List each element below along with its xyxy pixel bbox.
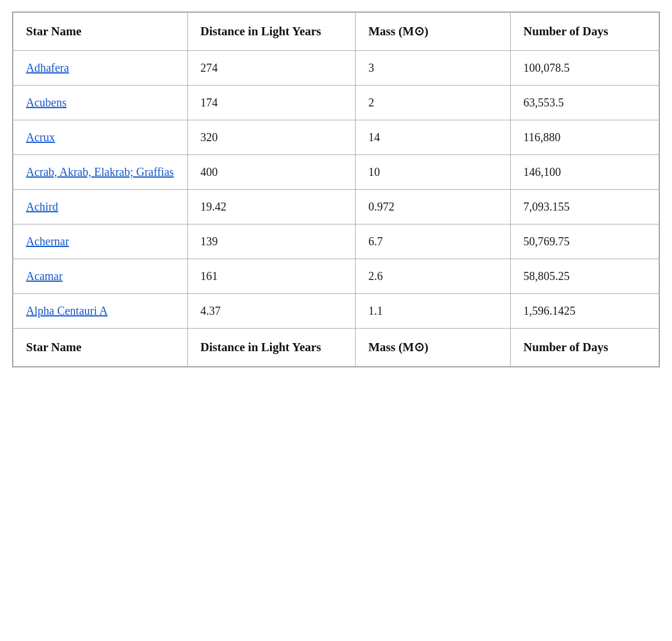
days-cell: 7,093.155 bbox=[511, 190, 659, 224]
mass-cell: 1.1 bbox=[355, 294, 510, 329]
footer-row: Star Name Distance in Light Years Mass (… bbox=[13, 329, 659, 367]
days-cell: 116,880 bbox=[511, 120, 659, 155]
distance-cell: 139 bbox=[187, 224, 355, 259]
star-name-link[interactable]: Alpha Centauri A bbox=[26, 304, 108, 317]
star-table-container: Star Name Distance in Light Years Mass (… bbox=[12, 12, 660, 367]
footer-mass: Mass (M⊙) bbox=[355, 329, 510, 367]
mass-cell: 2 bbox=[355, 86, 510, 120]
star-name-link[interactable]: Acrux bbox=[26, 131, 55, 143]
mass-cell: 14 bbox=[355, 120, 510, 155]
days-cell: 50,769.75 bbox=[511, 224, 659, 259]
star-table: Star Name Distance in Light Years Mass (… bbox=[13, 12, 659, 367]
footer-star-name: Star Name bbox=[13, 329, 188, 367]
distance-cell: 19.42 bbox=[187, 190, 355, 224]
mass-cell: 2.6 bbox=[355, 259, 510, 294]
header-row: Star Name Distance in Light Years Mass (… bbox=[13, 13, 659, 51]
distance-cell: 161 bbox=[187, 259, 355, 294]
star-name-link[interactable]: Acrab, Akrab, Elakrab; Graffias bbox=[26, 165, 174, 178]
star-name-cell: Achird bbox=[13, 190, 188, 224]
star-name-link[interactable]: Adhafera bbox=[26, 61, 69, 74]
days-cell: 63,553.5 bbox=[511, 86, 659, 120]
mass-cell: 10 bbox=[355, 155, 510, 190]
header-distance: Distance in Light Years bbox=[187, 13, 355, 51]
distance-cell: 400 bbox=[187, 155, 355, 190]
distance-cell: 274 bbox=[187, 51, 355, 86]
header-days: Number of Days bbox=[511, 13, 659, 51]
table-row: Alpha Centauri A4.371.11,596.1425 bbox=[13, 294, 659, 329]
table-row: Achernar1396.750,769.75 bbox=[13, 224, 659, 259]
distance-cell: 320 bbox=[187, 120, 355, 155]
days-cell: 100,078.5 bbox=[511, 51, 659, 86]
star-name-link[interactable]: Achernar bbox=[26, 235, 69, 248]
mass-cell: 3 bbox=[355, 51, 510, 86]
star-name-cell: Adhafera bbox=[13, 51, 188, 86]
days-cell: 58,805.25 bbox=[511, 259, 659, 294]
table-row: Acamar1612.658,805.25 bbox=[13, 259, 659, 294]
star-name-cell: Acrab, Akrab, Elakrab; Graffias bbox=[13, 155, 188, 190]
star-name-link[interactable]: Acamar bbox=[26, 270, 62, 282]
table-row: Acrab, Akrab, Elakrab; Graffias40010146,… bbox=[13, 155, 659, 190]
table-row: Acubens174263,553.5 bbox=[13, 86, 659, 120]
footer-distance: Distance in Light Years bbox=[187, 329, 355, 367]
mass-cell: 0.972 bbox=[355, 190, 510, 224]
star-name-cell: Achernar bbox=[13, 224, 188, 259]
star-name-cell: Alpha Centauri A bbox=[13, 294, 188, 329]
star-name-cell: Acubens bbox=[13, 86, 188, 120]
table-row: Acrux32014116,880 bbox=[13, 120, 659, 155]
mass-cell: 6.7 bbox=[355, 224, 510, 259]
star-name-cell: Acrux bbox=[13, 120, 188, 155]
header-mass: Mass (M⊙) bbox=[355, 13, 510, 51]
table-row: Adhafera2743100,078.5 bbox=[13, 51, 659, 86]
days-cell: 146,100 bbox=[511, 155, 659, 190]
star-name-link[interactable]: Acubens bbox=[26, 96, 67, 109]
days-cell: 1,596.1425 bbox=[511, 294, 659, 329]
table-row: Achird19.420.9727,093.155 bbox=[13, 190, 659, 224]
distance-cell: 174 bbox=[187, 86, 355, 120]
distance-cell: 4.37 bbox=[187, 294, 355, 329]
footer-days: Number of Days bbox=[511, 329, 659, 367]
header-star-name: Star Name bbox=[13, 13, 188, 51]
star-name-cell: Acamar bbox=[13, 259, 188, 294]
star-name-link[interactable]: Achird bbox=[26, 200, 58, 213]
